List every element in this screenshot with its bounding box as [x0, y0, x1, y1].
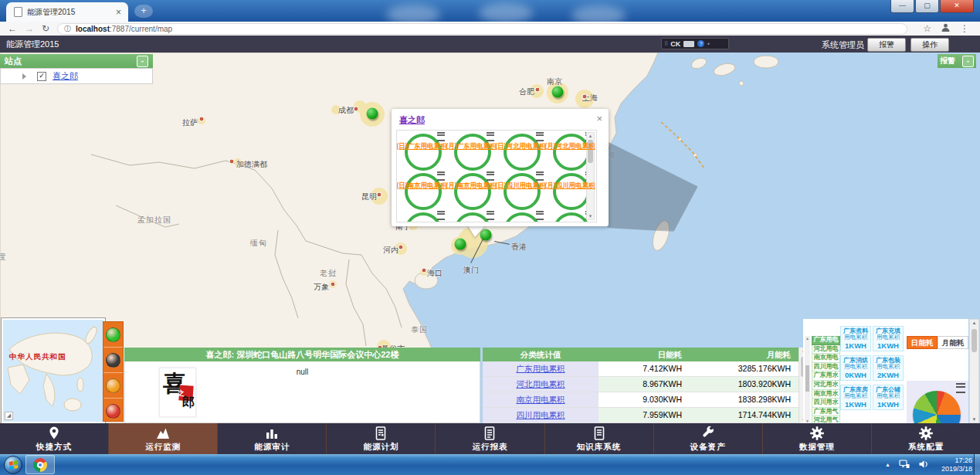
category-list-item[interactable]: 南京用电 [812, 354, 840, 363]
category-list-item[interactable]: 广东用水 [812, 372, 840, 381]
map-marker[interactable] [354, 107, 359, 112]
nav-item-data-management[interactable]: 数据管理 [763, 423, 872, 454]
gauge-label-link[interactable]: (月)河北用电累积 [544, 142, 595, 151]
scroll-down-icon[interactable]: ▼ [587, 214, 594, 219]
popup-close-icon[interactable]: × [596, 113, 602, 124]
category-link[interactable]: 广东用电累积 [517, 364, 565, 373]
nav-item-shortcuts[interactable]: 快捷方式 [0, 423, 109, 454]
metric-card[interactable]: 广东煮料 用电累积 1KWH [840, 326, 871, 351]
metric-card[interactable]: 广东包装 用电累积 2KWH [873, 355, 904, 381]
alarm-button[interactable]: 报警 [867, 38, 906, 52]
gauge[interactable]: (日)广东用电累积 [397, 131, 446, 170]
nav-item-system-config[interactable]: 系统配置 [872, 423, 980, 454]
site-info-icon[interactable]: ⓘ [64, 24, 71, 34]
gauge-menu-icon[interactable] [437, 171, 445, 181]
map-marker[interactable] [199, 117, 205, 122]
nav-item-monitoring[interactable]: 运行监测 [109, 423, 218, 454]
category-list-item[interactable]: 四川用电 [812, 363, 840, 372]
category-list-scrollbar[interactable]: ▲ ▼ [805, 336, 810, 423]
window-maximize-button[interactable]: ▢ [915, 0, 939, 13]
map-marker[interactable] [367, 108, 378, 120]
category-list-item[interactable]: 南京用水 [812, 390, 840, 399]
alarm-panel-collapse-button[interactable]: - [962, 56, 974, 67]
gauge-label-link[interactable]: (月)广东用电累积 [446, 142, 496, 151]
category-link[interactable]: 河北用电累积 [517, 379, 565, 388]
nav-item-equipment-assets[interactable]: 设备资产 [654, 423, 763, 454]
gauge-menu-icon[interactable] [487, 211, 494, 220]
network-icon[interactable] [899, 458, 910, 472]
gauge-menu-icon[interactable] [437, 211, 445, 220]
category-list-item[interactable]: 河北用水 [812, 381, 840, 390]
category-list-item[interactable]: 广东用电 [812, 336, 840, 345]
day-energy-tab[interactable]: 日能耗 [907, 336, 938, 349]
taskbar-clock[interactable]: 17:26 2019/3/18 [941, 456, 972, 473]
nav-item-energy-plan[interactable]: 能源计划 [327, 423, 436, 454]
status-legend-button[interactable] [103, 399, 123, 423]
status-legend-button[interactable] [103, 348, 123, 373]
gauge-partial[interactable] [496, 209, 545, 222]
forward-icon[interactable]: → [25, 22, 34, 35]
gauge-menu-icon[interactable] [487, 171, 494, 181]
gauge[interactable]: (月)广东用电累积 [446, 131, 496, 170]
gauge-menu-icon[interactable] [536, 132, 544, 141]
site-panel-collapse-button[interactable]: - [137, 56, 148, 67]
category-link[interactable]: 南京用电累积 [517, 395, 565, 404]
ime-grip-icon[interactable]: ⠿ [664, 41, 667, 47]
gauge-menu-icon[interactable] [437, 132, 445, 141]
gauge-label-link[interactable]: (日)河北用电累积 [495, 142, 545, 151]
gauge-label-link[interactable]: (日)南京用电累积 [396, 182, 446, 191]
map-marker[interactable] [582, 94, 588, 100]
gauge[interactable]: (月)南京用电累积 [446, 170, 496, 209]
category-link[interactable]: 四川用电累积 [517, 410, 565, 419]
map-marker[interactable] [331, 282, 336, 287]
panel-scrollbar[interactable]: ▲ ▼ [969, 319, 979, 423]
map-marker[interactable] [422, 268, 427, 273]
map-marker[interactable] [455, 239, 466, 250]
tray-expand-icon[interactable]: ▲ [885, 462, 890, 467]
nav-item-run-reports[interactable]: 运行报表 [436, 423, 544, 454]
metric-card[interactable]: 广东公辅 用电累积 1KWH [873, 385, 904, 410]
browser-menu-icon[interactable]: ⋮ [960, 22, 969, 35]
gauge-partial[interactable] [446, 209, 496, 222]
gauge-partial[interactable] [397, 209, 446, 222]
status-legend-button[interactable] [103, 322, 123, 348]
ime-toolbar[interactable]: ⠿ CK ? ▪ [661, 38, 729, 49]
category-list-item[interactable]: 四川用水 [812, 399, 840, 408]
map-marker[interactable] [377, 192, 382, 198]
reload-icon[interactable]: ↻ [42, 22, 49, 35]
nav-item-knowledge-base[interactable]: 知识库系统 [545, 423, 654, 454]
gauge-label-link[interactable]: (月)四川用电累积 [544, 182, 595, 191]
category-list-scrollbar-thumb[interactable] [805, 365, 809, 392]
gauge-menu-icon[interactable] [536, 211, 544, 220]
scroll-down-icon[interactable]: ▼ [970, 417, 978, 422]
nav-item-energy-audit[interactable]: 能源审计 [218, 423, 327, 454]
show-desktop-button[interactable] [974, 454, 980, 475]
gauge-menu-icon[interactable] [487, 132, 494, 141]
tab-close-icon[interactable]: × [114, 7, 124, 18]
profile-avatar-icon[interactable] [941, 22, 951, 36]
ime-mode-label[interactable]: CK [670, 40, 680, 48]
month-energy-tab[interactable]: 月能耗 [938, 336, 968, 349]
category-list-item[interactable]: 河北用气 [812, 416, 840, 423]
scroll-up-icon[interactable]: ▲ [587, 134, 594, 138]
gauge-label-link[interactable]: (日)四川用电累积 [495, 182, 545, 191]
map-marker[interactable] [229, 159, 235, 165]
gauge[interactable]: (日)四川用电累积 [496, 170, 545, 209]
map-marker[interactable] [398, 245, 404, 250]
minimap-resize-icon[interactable]: ◢ [5, 412, 13, 420]
gauge[interactable]: (日)河北用电累积 [496, 131, 545, 170]
ime-help-icon[interactable]: ? [697, 40, 704, 47]
overview-minimap[interactable]: 中华人民共和国 ◢ [2, 318, 105, 423]
ime-keyboard-icon[interactable] [683, 41, 694, 47]
map-marker[interactable] [535, 87, 541, 93]
popup-title-link[interactable]: 喜之郎 [399, 114, 425, 126]
browser-tab[interactable]: 能源管理2015 × [6, 2, 128, 22]
status-legend-button[interactable] [103, 373, 123, 399]
volume-icon[interactable] [918, 458, 929, 472]
gauge[interactable]: (日)南京用电累积 [397, 170, 446, 209]
category-list-item[interactable]: 广东用气 [812, 408, 840, 417]
metric-card[interactable]: 广东充填 用电累积 1KWH [873, 326, 904, 351]
start-button[interactable] [4, 456, 22, 474]
tree-expand-icon[interactable] [22, 73, 26, 80]
taskbar-chrome-button[interactable] [25, 455, 55, 474]
